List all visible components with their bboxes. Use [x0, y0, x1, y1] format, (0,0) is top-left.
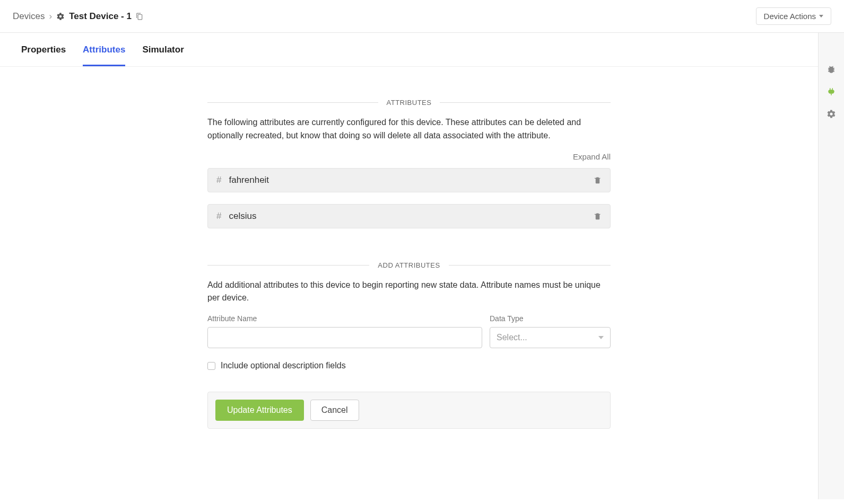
trash-icon[interactable]: [594, 176, 602, 184]
data-type-placeholder: Select...: [497, 333, 527, 342]
breadcrumb: Devices › Test Device - 1: [13, 11, 143, 22]
attribute-name: fahrenheit: [229, 175, 594, 185]
content-column: Properties Attributes Simulator ATTRIBUT…: [0, 33, 819, 499]
trash-icon[interactable]: [594, 212, 602, 220]
tab-attributes[interactable]: Attributes: [83, 45, 125, 66]
copy-icon[interactable]: [136, 13, 143, 20]
expand-all-link[interactable]: Expand All: [573, 152, 611, 161]
section-heading-attributes-label: ATTRIBUTES: [378, 99, 440, 107]
attribute-name-col: Attribute Name: [207, 314, 482, 348]
number-type-icon: #: [216, 211, 221, 222]
device-actions-button[interactable]: Device Actions: [756, 7, 831, 25]
breadcrumb-current-label: Test Device - 1: [69, 11, 132, 22]
attributes-description: The following attributes are currently c…: [207, 116, 611, 143]
breadcrumb-current: Test Device - 1: [56, 11, 143, 22]
device-actions-label: Device Actions: [764, 12, 816, 21]
tab-strip: Properties Attributes Simulator: [0, 33, 818, 67]
cancel-button[interactable]: Cancel: [310, 400, 359, 421]
data-type-select[interactable]: Select...: [490, 327, 611, 348]
attribute-name-label: Attribute Name: [207, 314, 482, 323]
main-area: Properties Attributes Simulator ATTRIBUT…: [0, 33, 844, 499]
panel: ATTRIBUTES The following attributes are …: [207, 67, 611, 461]
include-optional-checkbox[interactable]: [207, 362, 215, 370]
device-icon: [56, 12, 65, 21]
chevron-down-icon: [598, 336, 604, 339]
section-heading-attributes: ATTRIBUTES: [207, 99, 611, 107]
expand-row: Expand All: [207, 152, 611, 162]
attribute-name: celsius: [229, 211, 594, 222]
include-optional-row[interactable]: Include optional description fields: [207, 361, 611, 370]
data-type-col: Data Type Select...: [490, 314, 611, 348]
update-attributes-button[interactable]: Update Attributes: [215, 400, 304, 421]
breadcrumb-root[interactable]: Devices: [13, 11, 45, 22]
action-bar: Update Attributes Cancel: [207, 392, 611, 429]
device-gear-icon[interactable]: [826, 109, 836, 119]
data-type-label: Data Type: [490, 314, 611, 323]
add-description: Add additional attributes to this device…: [207, 279, 611, 305]
include-optional-label: Include optional description fields: [221, 361, 346, 370]
tab-properties[interactable]: Properties: [21, 45, 66, 66]
tab-simulator[interactable]: Simulator: [142, 45, 184, 66]
attribute-row[interactable]: # fahrenheit: [207, 168, 611, 192]
add-form-row: Attribute Name Data Type Select...: [207, 314, 611, 348]
attribute-name-input[interactable]: [207, 327, 482, 348]
number-type-icon: #: [216, 175, 221, 185]
attribute-row[interactable]: # celsius: [207, 204, 611, 228]
plug-icon[interactable]: [826, 87, 836, 96]
breadcrumb-separator: ›: [49, 11, 52, 22]
section-heading-add-label: ADD ATTRIBUTES: [369, 261, 448, 269]
right-rail: [819, 33, 844, 499]
caret-down-icon: [819, 15, 823, 17]
bug-icon[interactable]: [826, 65, 836, 74]
header-bar: Devices › Test Device - 1 Device Actions: [0, 0, 844, 33]
section-heading-add: ADD ATTRIBUTES: [207, 261, 611, 269]
